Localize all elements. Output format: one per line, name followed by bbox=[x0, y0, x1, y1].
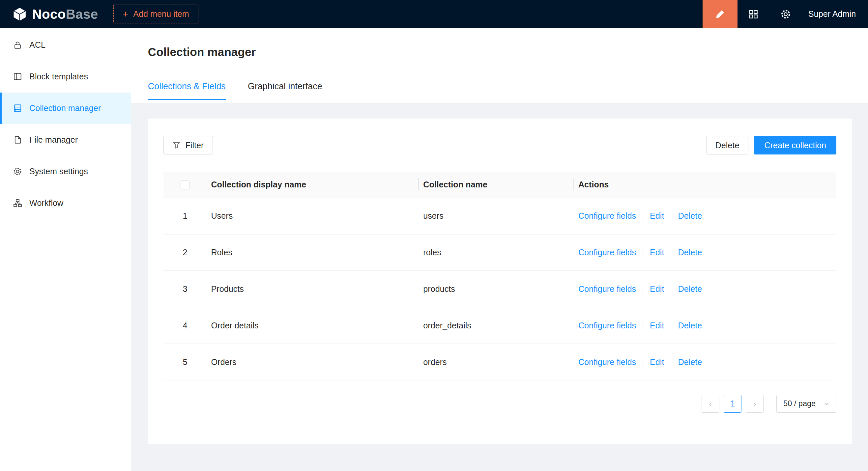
edit-link[interactable]: Edit bbox=[650, 284, 664, 294]
table-header-row: Collection display name Collection name … bbox=[163, 172, 836, 198]
plugins-button[interactable] bbox=[738, 0, 770, 28]
row-index: 3 bbox=[163, 271, 207, 307]
add-menu-item-button[interactable]: + Add menu item bbox=[113, 5, 198, 23]
chevron-right-icon: › bbox=[753, 399, 756, 409]
sidebar-item-workflow[interactable]: Workflow bbox=[0, 187, 131, 219]
cell-actions: Configure fieldsEditDelete bbox=[574, 234, 836, 271]
brand-name-light: Base bbox=[66, 7, 98, 22]
sidebar-item-label: System settings bbox=[29, 167, 88, 176]
prev-page-button[interactable]: ‹ bbox=[702, 395, 719, 413]
select-all-checkbox[interactable] bbox=[181, 180, 189, 190]
file-icon bbox=[13, 135, 22, 144]
row-index: 2 bbox=[163, 234, 207, 271]
cell-collection-name: products bbox=[419, 271, 574, 307]
page-header: Collection manager Collections & Fields … bbox=[131, 28, 868, 103]
sidebar-item-acl[interactable]: ACL bbox=[0, 29, 131, 61]
collections-table: Collection display name Collection name … bbox=[163, 172, 836, 380]
edit-link[interactable]: Edit bbox=[650, 248, 664, 257]
divider bbox=[671, 359, 672, 367]
main-content: Collection manager Collections & Fields … bbox=[131, 28, 868, 471]
cell-display-name: Order details bbox=[207, 307, 419, 344]
edit-link[interactable]: Edit bbox=[650, 357, 664, 367]
filter-button-label: Filter bbox=[185, 141, 204, 150]
sidebar-item-collection-manager[interactable]: Collection manager bbox=[0, 93, 131, 124]
configure-fields-link[interactable]: Configure fields bbox=[578, 321, 636, 330]
top-header: NocoBase + Add menu item bbox=[0, 0, 868, 28]
pagination: ‹ 1 › 50 / page bbox=[163, 395, 836, 413]
delete-link[interactable]: Delete bbox=[678, 211, 702, 220]
tab-graphical-interface[interactable]: Graphical interface bbox=[248, 80, 322, 100]
edit-link[interactable]: Edit bbox=[650, 211, 664, 220]
tab-bar: Collections & Fields Graphical interface bbox=[148, 80, 851, 100]
create-collection-button[interactable]: Create collection bbox=[754, 136, 836, 154]
cell-display-name: Users bbox=[207, 198, 419, 234]
apps-grid-icon bbox=[749, 9, 758, 19]
add-menu-item-label: Add menu item bbox=[133, 9, 189, 19]
tab-collections-fields[interactable]: Collections & Fields bbox=[148, 80, 226, 100]
sidebar-item-system-settings[interactable]: System settings bbox=[0, 156, 131, 187]
sidebar-item-block-templates[interactable]: Block templates bbox=[0, 61, 131, 93]
delete-link[interactable]: Delete bbox=[678, 357, 702, 367]
divider bbox=[671, 249, 672, 257]
topbar-right-cluster: Super Admin bbox=[703, 0, 868, 28]
lock-icon bbox=[13, 41, 22, 50]
table-row: 3 Products products Configure fieldsEdit… bbox=[163, 271, 836, 307]
cell-actions: Configure fieldsEditDelete bbox=[574, 271, 836, 307]
delete-button-label: Delete bbox=[715, 141, 740, 150]
delete-link[interactable]: Delete bbox=[678, 248, 702, 257]
app-window: NocoBase + Add menu item bbox=[0, 0, 868, 471]
delete-link[interactable]: Delete bbox=[678, 321, 702, 330]
cell-collection-name: roles bbox=[419, 234, 574, 271]
brand-logo[interactable]: NocoBase bbox=[0, 7, 98, 22]
tab-label: Graphical interface bbox=[248, 81, 322, 91]
page-1-button[interactable]: 1 bbox=[724, 395, 741, 413]
sidebar-item-label: File manager bbox=[29, 135, 78, 144]
column-header-actions: Actions bbox=[574, 172, 836, 198]
page-title: Collection manager bbox=[148, 45, 851, 59]
filter-button[interactable]: Filter bbox=[163, 136, 213, 154]
plus-icon: + bbox=[123, 9, 128, 19]
divider bbox=[671, 213, 672, 221]
divider bbox=[671, 322, 672, 330]
highlighter-icon bbox=[715, 9, 725, 19]
table-row: 1 Users users Configure fieldsEditDelete bbox=[163, 198, 836, 234]
edit-link[interactable]: Edit bbox=[650, 321, 664, 330]
sidebar-item-label: Workflow bbox=[29, 198, 63, 208]
configure-fields-link[interactable]: Configure fields bbox=[578, 211, 636, 220]
row-index: 5 bbox=[163, 344, 207, 380]
user-menu[interactable]: Super Admin bbox=[802, 9, 868, 19]
cell-collection-name: orders bbox=[419, 344, 574, 380]
page-size-value: 50 / page bbox=[783, 399, 816, 408]
cell-collection-name: users bbox=[419, 198, 574, 234]
table-row: 4 Order details order_details Configure … bbox=[163, 307, 836, 344]
cell-display-name: Products bbox=[207, 271, 419, 307]
workflow-icon bbox=[13, 199, 22, 207]
gear-icon bbox=[13, 167, 22, 176]
settings-sidebar: ACL Block templates bbox=[0, 28, 131, 471]
brand-name-bold: Noco bbox=[32, 7, 66, 22]
system-settings-button[interactable] bbox=[770, 0, 801, 28]
configure-fields-link[interactable]: Configure fields bbox=[578, 284, 636, 294]
divider bbox=[643, 285, 643, 294]
tab-label: Collections & Fields bbox=[148, 81, 226, 91]
nocobase-logo-icon bbox=[12, 7, 27, 22]
column-header-collection-name: Collection name bbox=[419, 172, 574, 198]
create-collection-label: Create collection bbox=[764, 141, 826, 150]
delete-button[interactable]: Delete bbox=[706, 136, 749, 154]
divider bbox=[643, 213, 643, 221]
delete-link[interactable]: Delete bbox=[678, 284, 702, 294]
page-size-select[interactable]: 50 / page bbox=[776, 395, 836, 413]
filter-icon bbox=[173, 141, 181, 149]
cell-actions: Configure fieldsEditDelete bbox=[574, 307, 836, 344]
next-page-button[interactable]: › bbox=[746, 395, 764, 413]
configure-fields-link[interactable]: Configure fields bbox=[578, 357, 636, 367]
sidebar-item-label: ACL bbox=[29, 40, 45, 50]
cell-display-name: Roles bbox=[207, 234, 419, 271]
brand-name: NocoBase bbox=[32, 8, 98, 21]
ui-editor-toggle-button[interactable] bbox=[703, 0, 738, 28]
sidebar-item-file-manager[interactable]: File manager bbox=[0, 124, 131, 156]
configure-fields-link[interactable]: Configure fields bbox=[578, 248, 636, 257]
chevron-left-icon: ‹ bbox=[709, 399, 712, 409]
cell-actions: Configure fieldsEditDelete bbox=[574, 344, 836, 380]
cell-collection-name: order_details bbox=[419, 307, 574, 344]
